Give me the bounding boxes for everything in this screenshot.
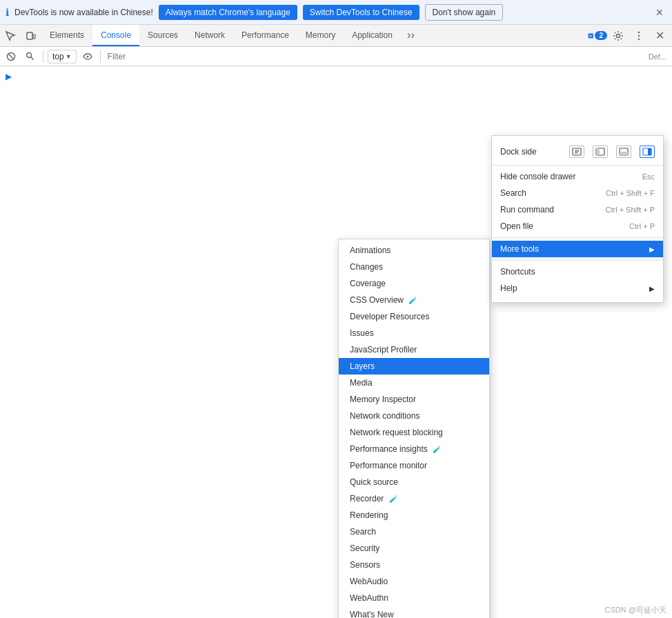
- experimental-icon: 🧪: [389, 495, 397, 503]
- tab-sources[interactable]: Sources: [139, 25, 186, 46]
- ctx-item-search[interactable]: Search Ctrl + Shift + F: [492, 185, 663, 201]
- more-tools-item-issues[interactable]: Issues: [339, 325, 489, 341]
- more-tools-item-security[interactable]: Security: [339, 540, 489, 557]
- switch-chinese-button[interactable]: Switch DevTools to Chinese: [303, 5, 419, 20]
- more-tools-item-recorder[interactable]: Recorder 🧪: [339, 490, 489, 507]
- svg-rect-0: [27, 32, 32, 39]
- menu-item-label: Security: [350, 544, 379, 553]
- eye-icon-button[interactable]: [79, 48, 96, 65]
- undock-icon[interactable]: [569, 146, 584, 158]
- menu-item-label: What's New: [350, 610, 394, 618]
- more-tools-item-layers[interactable]: Layers: [339, 358, 489, 375]
- info-icon: ℹ: [6, 7, 9, 18]
- more-tools-item-network-request-blocking[interactable]: Network request blocking: [339, 424, 489, 441]
- experimental-icon: 🧪: [433, 446, 441, 453]
- svg-point-5: [638, 31, 640, 32]
- more-tools-item-performance-monitor[interactable]: Performance monitor: [339, 457, 489, 474]
- more-tools-item-changes[interactable]: Changes: [339, 259, 489, 275]
- ctx-item-help[interactable]: Help▶: [492, 280, 663, 297]
- svg-point-7: [638, 38, 640, 39]
- more-tools-item-search[interactable]: Search: [339, 524, 489, 540]
- more-tools-item-sensors[interactable]: Sensors: [339, 557, 489, 573]
- menu-item-label: Network request blocking: [350, 428, 443, 437]
- ctx-shortcut: Ctrl + P: [629, 222, 655, 230]
- console-messages-badge[interactable]: ✉ 2: [588, 26, 607, 46]
- more-tools-item-network-conditions[interactable]: Network conditions: [339, 408, 489, 424]
- ctx-label: More tools: [500, 244, 649, 254]
- dock-left-icon[interactable]: [593, 146, 608, 158]
- menu-item-label: Developer Resources: [350, 312, 429, 321]
- menu-section-1: Hide console drawer EscSearch Ctrl + Shi…: [492, 166, 663, 238]
- info-close-button[interactable]: ✕: [653, 7, 666, 18]
- more-tools-item-developer-resources[interactable]: Developer Resources: [339, 308, 489, 325]
- ctx-shortcut: Ctrl + Shift + P: [605, 206, 655, 214]
- menu-item-label: Recorder 🧪: [350, 494, 397, 504]
- svg-text:✉: ✉: [589, 33, 592, 37]
- tabs-right: ✉ 2 ✕: [588, 25, 672, 46]
- ctx-item-run-command[interactable]: Run command Ctrl + Shift + P: [492, 201, 663, 218]
- filter-button[interactable]: [22, 48, 39, 65]
- ctx-shortcut: Ctrl + Shift + F: [606, 189, 655, 197]
- dock-right-icon[interactable]: [640, 146, 655, 158]
- more-menu-button[interactable]: [629, 26, 649, 46]
- menu-item-label: Network conditions: [350, 411, 419, 421]
- more-tabs-button[interactable]: ››: [401, 25, 422, 46]
- match-language-button[interactable]: Always match Chrome's language: [159, 5, 297, 20]
- settings-button[interactable]: [609, 26, 628, 46]
- menu-item-label: Media: [350, 378, 373, 388]
- more-tools-item-media[interactable]: Media: [339, 375, 489, 391]
- ctx-item-open-file[interactable]: Open file Ctrl + P: [492, 218, 663, 235]
- device-toolbar-button[interactable]: [21, 25, 41, 46]
- menu-item-label: Performance monitor: [350, 461, 427, 470]
- ctx-item-shortcuts[interactable]: Shortcuts: [492, 263, 663, 280]
- ctx-item-hide-console-drawer[interactable]: Hide console drawer Esc: [492, 168, 663, 185]
- dock-side-label: Dock side: [500, 147, 561, 157]
- more-tools-submenu: AnimationsChangesCoverageCSS Overview 🧪D…: [338, 239, 490, 618]
- tab-console[interactable]: Console: [92, 25, 139, 46]
- clear-console-button[interactable]: [3, 48, 19, 65]
- tab-elements[interactable]: Elements: [41, 25, 92, 46]
- dock-side-row: Dock side: [492, 141, 663, 162]
- menu-section-2: More tools ▶: [492, 238, 663, 261]
- svg-point-6: [638, 34, 640, 36]
- dont-show-again-button[interactable]: Don't show again: [425, 4, 504, 21]
- filter-input[interactable]: [105, 52, 646, 61]
- javascript-context-selector[interactable]: top ▼: [48, 50, 77, 63]
- more-tools-item-javascript-profiler[interactable]: JavaScript Profiler: [339, 341, 489, 358]
- submenu-arrow-icon: ▶: [649, 285, 655, 292]
- more-tools-item-rendering[interactable]: Rendering: [339, 507, 489, 524]
- svg-point-4: [617, 34, 620, 37]
- more-tools-item-css-overview[interactable]: CSS Overview 🧪: [339, 292, 489, 308]
- more-tools-item-webaudio[interactable]: WebAudio: [339, 573, 489, 590]
- ctx-label: Search: [500, 188, 595, 198]
- dock-side-section: Dock side: [492, 139, 663, 166]
- tab-application[interactable]: Application: [344, 25, 401, 46]
- console-toolbar: top ▼ Def...: [0, 47, 672, 66]
- tab-performance[interactable]: Performance: [233, 25, 297, 46]
- more-tools-item-performance-insights[interactable]: Performance insights 🧪: [339, 441, 489, 457]
- more-tools-item-animations[interactable]: Animations: [339, 242, 489, 259]
- ctx-shortcut: Esc: [642, 172, 655, 181]
- menu-item-label: Memory Inspector: [350, 395, 416, 404]
- watermark: CSDN @司徒小夭: [605, 605, 666, 615]
- svg-line-9: [9, 54, 14, 59]
- more-tools-item-what's-new[interactable]: What's New: [339, 606, 489, 618]
- menu-item-label: Search: [350, 527, 376, 537]
- ctx-item-more-tools[interactable]: More tools ▶: [492, 241, 663, 257]
- menu-section-3: ShortcutsHelp▶: [492, 261, 663, 299]
- menu-item-label: Coverage: [350, 279, 386, 288]
- tabs-bar: Elements Console Sources Network Perform…: [0, 25, 672, 47]
- dock-bottom-icon[interactable]: [616, 146, 631, 158]
- info-bar: ℹ DevTools is now available in Chinese! …: [0, 0, 672, 25]
- tab-memory[interactable]: Memory: [297, 25, 344, 46]
- more-tools-item-memory-inspector[interactable]: Memory Inspector: [339, 391, 489, 408]
- more-tools-item-webauthn[interactable]: WebAuthn: [339, 590, 489, 606]
- more-tools-item-quick-source[interactable]: Quick source: [339, 474, 489, 490]
- svg-point-12: [86, 55, 88, 57]
- inspect-element-button[interactable]: [0, 25, 21, 46]
- ctx-label: Shortcuts: [500, 267, 644, 277]
- menu-item-label: Performance insights 🧪: [350, 444, 441, 454]
- tab-network[interactable]: Network: [186, 25, 233, 46]
- close-devtools-button[interactable]: ✕: [650, 26, 669, 46]
- more-tools-item-coverage[interactable]: Coverage: [339, 275, 489, 292]
